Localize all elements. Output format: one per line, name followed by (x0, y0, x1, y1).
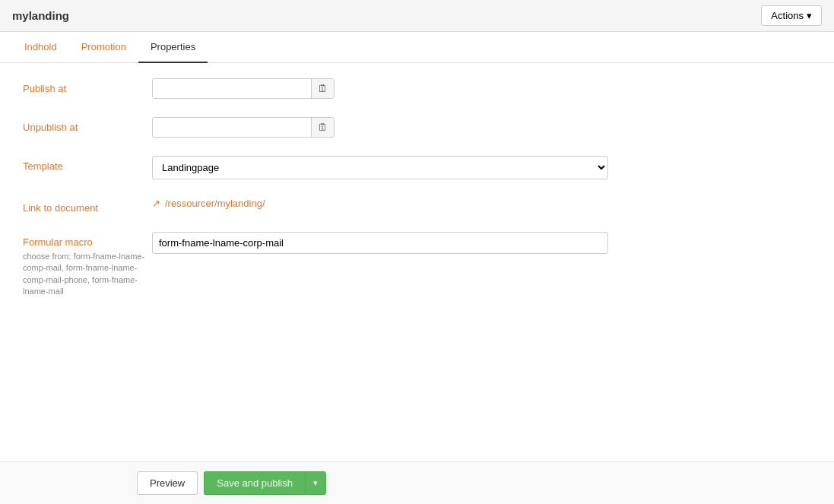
publish-at-input-wrap: 🗓 (152, 78, 335, 99)
formular-control (152, 232, 811, 254)
formular-macro-input[interactable] (152, 232, 608, 254)
link-label: Link to document (23, 198, 152, 214)
tab-promotion[interactable]: Promotion (69, 32, 138, 63)
actions-button[interactable]: Actions ▾ (761, 5, 822, 26)
main-content: Publish at 🗓 Unpublish at 🗓 Template (0, 63, 834, 331)
link-control: ↗ /ressourcer/mylanding/ (152, 198, 811, 209)
template-control: Landingpage (152, 156, 811, 179)
unpublish-at-input-wrap: 🗓 (152, 117, 335, 138)
template-select[interactable]: Landingpage (152, 156, 608, 179)
publish-at-control: 🗓 (152, 78, 811, 99)
template-label: Template (23, 156, 152, 172)
tab-indhold[interactable]: Indhold (12, 32, 69, 63)
document-link[interactable]: ↗ /ressourcer/mylanding/ (152, 198, 811, 209)
tab-properties[interactable]: Properties (138, 32, 208, 63)
template-row: Template Landingpage (23, 156, 811, 179)
calendar-icon: 🗓 (318, 83, 328, 94)
header: mylanding Actions ▾ (0, 0, 834, 32)
publish-at-row: Publish at 🗓 (23, 78, 811, 99)
unpublish-at-label: Unpublish at (23, 117, 152, 133)
publish-at-input[interactable] (153, 79, 311, 98)
calendar-icon-2: 🗓 (318, 122, 328, 133)
actions-label: Actions (771, 10, 804, 21)
formular-help: choose from: form-fname-lname-comp-mail,… (23, 251, 152, 298)
unpublish-at-row: Unpublish at 🗓 (23, 117, 811, 138)
formular-label: Formular macro choose from: form-fname-l… (23, 232, 152, 298)
external-link-icon: ↗ (152, 198, 160, 209)
link-text: /ressourcer/mylanding/ (165, 198, 265, 209)
chevron-down-icon: ▾ (807, 10, 812, 21)
publish-at-calendar-button[interactable]: 🗓 (311, 79, 334, 98)
unpublish-at-control: 🗓 (152, 117, 811, 138)
publish-at-label: Publish at (23, 78, 152, 94)
unpublish-at-calendar-button[interactable]: 🗓 (311, 118, 334, 137)
formular-row: Formular macro choose from: form-fname-l… (23, 232, 811, 298)
tabs-bar: Indhold Promotion Properties (0, 32, 834, 63)
unpublish-at-input[interactable] (153, 118, 311, 137)
link-row: Link to document ↗ /ressourcer/mylanding… (23, 198, 811, 214)
page-title: mylanding (12, 9, 69, 22)
